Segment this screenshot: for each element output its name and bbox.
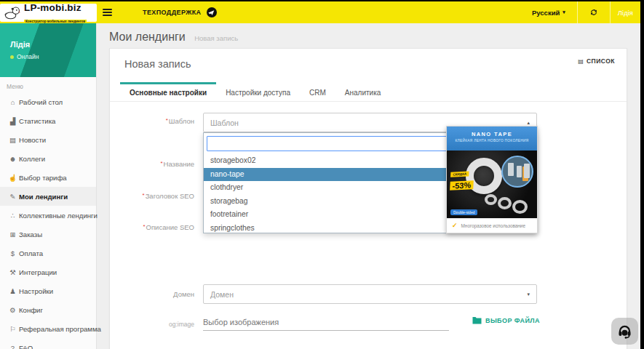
sidebar-item-label: Новости bbox=[19, 136, 46, 144]
faq-icon: ? bbox=[7, 344, 19, 349]
logo-title: LP-mobi.biz bbox=[24, 2, 82, 13]
sidebar-item-tariff[interactable]: ☝Выбор тарифа bbox=[0, 168, 96, 187]
domain-field-label: Домен bbox=[117, 290, 194, 298]
tab-crm[interactable]: CRM bbox=[300, 82, 335, 101]
sidebar-item-label: Рабочий стол bbox=[19, 98, 63, 106]
choose-file-label: ВЫБОР ФАЙЛА bbox=[485, 317, 540, 324]
tape-ring-graphic bbox=[498, 197, 512, 209]
sidebar-item-referral[interactable]: ⚐Реферальная программа bbox=[0, 319, 96, 338]
discount-badge-value: -53% bbox=[450, 180, 473, 190]
headset-icon bbox=[617, 324, 632, 339]
language-dropdown[interactable]: Русский ▾ bbox=[520, 1, 577, 23]
support-button[interactable]: ТЕХПОДДЕРЖКА bbox=[143, 1, 217, 23]
sidebar-item-statistics[interactable]: ▟Статистика bbox=[0, 111, 96, 130]
colleagues-icon: ☻ bbox=[7, 155, 19, 163]
referral-icon: ⚐ bbox=[7, 325, 19, 333]
news-icon: ▤ bbox=[7, 136, 19, 144]
list-button-label: СПИСОК bbox=[587, 57, 615, 65]
orders-icon: ⊞ bbox=[7, 230, 19, 238]
og-image-placeholder: Выбор изображения bbox=[203, 318, 279, 326]
list-button[interactable]: ▤ СПИСОК bbox=[578, 57, 615, 65]
tariff-icon: ☝ bbox=[7, 174, 19, 182]
sidebar-item-label: Заказы bbox=[19, 230, 42, 238]
tab-analytics[interactable]: Аналитика bbox=[335, 82, 391, 101]
list-icon: ▤ bbox=[578, 58, 584, 65]
chevron-down-icon: ▾ bbox=[562, 9, 565, 15]
refresh-button[interactable] bbox=[578, 1, 610, 23]
preview-inset-circle bbox=[501, 156, 533, 188]
preview-product-image: СКИДКА -53% Double-sided bbox=[447, 151, 537, 218]
hamburger-menu-icon[interactable] bbox=[103, 9, 112, 18]
sidebar-item-label: Мои лендинги bbox=[19, 193, 68, 201]
og-image-input[interactable]: Выбор изображения bbox=[203, 313, 449, 331]
sidebar-item-settings[interactable]: ♟Настройки bbox=[0, 281, 96, 300]
logo[interactable]: LP-mobi.biz Конструктор мобильных лендин… bbox=[0, 4, 97, 22]
my-landings-icon: ✎ bbox=[7, 193, 19, 201]
sidebar-item-my-landings[interactable]: ✎Мои лендинги bbox=[0, 187, 96, 206]
chevron-down-icon: ▾ bbox=[527, 292, 530, 297]
preview-caption: Double-sided bbox=[450, 209, 477, 215]
sidebar-item-label: Коллективные лендинги bbox=[19, 212, 98, 220]
sidebar-item-label: Коллеги bbox=[19, 155, 45, 163]
sidebar-item-label: Выбор тарифа bbox=[19, 174, 67, 182]
discount-badge-label: СКИДКА bbox=[450, 172, 469, 177]
menu-caption: Меню bbox=[7, 83, 23, 90]
page-title: Мои лендинги bbox=[109, 31, 186, 43]
main-area: Мои лендинги Новая запись Новая запись ▤… bbox=[97, 23, 640, 349]
seo-title-field-label: *Заголовок SEO bbox=[117, 192, 194, 200]
template-field-label: *Шаблон bbox=[117, 117, 194, 125]
card-title: Новая запись bbox=[124, 58, 191, 70]
sidebar-user-name: Лідія bbox=[10, 40, 30, 49]
sidebar-item-integrations[interactable]: ⚒Интеграции bbox=[0, 262, 96, 281]
video-frame: LP-mobi.biz Конструктор мобильных лендин… bbox=[0, 0, 644, 349]
collective-landings-icon: ∴ bbox=[7, 212, 19, 220]
sidebar-item-collective-landings[interactable]: ∴Коллективные лендинги bbox=[0, 206, 96, 225]
sidebar-item-label: Статистика bbox=[19, 117, 55, 125]
preview-feature-text: Многоразовое использование bbox=[461, 223, 525, 228]
domain-select-placeholder: Домен bbox=[210, 290, 527, 299]
tape-ring-graphic bbox=[512, 200, 528, 214]
sidebar-user-panel: Лідія Онлайн bbox=[0, 23, 96, 77]
language-label: Русский bbox=[532, 9, 560, 17]
sidebar-item-config[interactable]: ⚙Конфиг bbox=[0, 300, 96, 319]
app-window: LP-mobi.biz Конструктор мобильных лендин… bbox=[0, 1, 640, 349]
payment-icon: $ bbox=[7, 249, 19, 257]
support-label: ТЕХПОДДЕРЖКА bbox=[143, 9, 202, 16]
choose-file-button[interactable]: ВЫБОР ФАЙЛА bbox=[472, 316, 540, 324]
topbar-username[interactable]: Лідія bbox=[611, 1, 640, 23]
sidebar-item-dashboard[interactable]: ⌂Рабочий стол bbox=[0, 92, 96, 111]
check-icon: ✓ bbox=[452, 222, 458, 229]
tab-bar: Основные настройкиНастройки доступаCRMАн… bbox=[110, 82, 627, 102]
dog-logo-icon bbox=[4, 6, 21, 20]
sidebar-item-news[interactable]: ▤Новости bbox=[0, 130, 96, 149]
preview-title: NANO TAPE bbox=[447, 127, 537, 137]
telegram-icon bbox=[207, 7, 217, 17]
tape-ring-graphic bbox=[485, 194, 497, 205]
domain-select[interactable]: Домен ▾ bbox=[203, 284, 537, 304]
sidebar-item-label: Настройки bbox=[19, 287, 53, 295]
breadcrumb-sub: Новая запись bbox=[194, 34, 238, 42]
sidebar-menu: ⌂Рабочий стол▟Статистика▤Новости☻Коллеги… bbox=[0, 92, 96, 349]
sidebar-item-payment[interactable]: $Оплата bbox=[0, 244, 96, 262]
dashboard-icon: ⌂ bbox=[7, 98, 19, 106]
breadcrumb: Мои лендинги Новая запись bbox=[109, 31, 238, 44]
sidebar: Лідія Онлайн Меню ⌂Рабочий стол▟Статисти… bbox=[0, 23, 97, 349]
sidebar-item-faq[interactable]: ?FAQ bbox=[0, 338, 96, 349]
topbar: LP-mobi.biz Конструктор мобильных лендин… bbox=[0, 1, 640, 23]
sidebar-item-label: Конфиг bbox=[19, 306, 43, 314]
seo-description-field-label: *Описание SEO bbox=[117, 223, 194, 231]
statistics-icon: ▟ bbox=[7, 117, 19, 125]
preview-footer: ✓ Многоразовое использование bbox=[447, 218, 537, 232]
sidebar-item-orders[interactable]: ⊞Заказы bbox=[0, 225, 96, 244]
tab-main-settings[interactable]: Основные настройки bbox=[120, 82, 216, 101]
required-mark: * bbox=[166, 117, 168, 124]
sidebar-item-colleagues[interactable]: ☻Коллеги bbox=[0, 149, 96, 168]
new-record-card: Новая запись ▤ СПИСОК Основные настройки… bbox=[109, 48, 627, 349]
preview-header: NANO TAPE КЛЕЙКАЯ ЛЕНТА НОВОГО ПОКОЛЕНИЯ bbox=[447, 127, 537, 151]
folder-icon bbox=[472, 316, 482, 324]
sidebar-item-label: FAQ bbox=[19, 344, 33, 349]
refresh-icon bbox=[589, 8, 598, 17]
sidebar-item-label: Оплата bbox=[19, 249, 43, 257]
tab-access-settings[interactable]: Настройки доступа bbox=[216, 82, 300, 101]
support-chat-widget[interactable] bbox=[611, 318, 638, 345]
